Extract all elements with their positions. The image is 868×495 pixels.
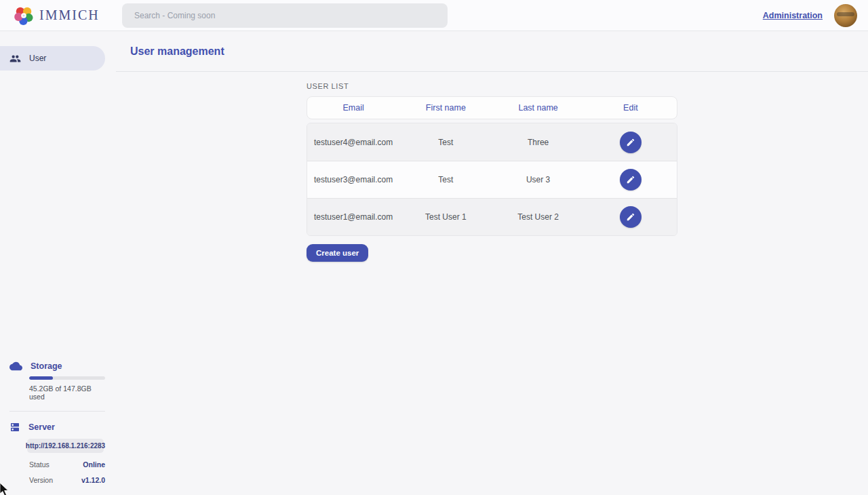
sidebar-status-panel: Storage 45.2GB of 147.8GB used Server xyxy=(0,361,116,495)
edit-user-button[interactable] xyxy=(620,206,642,228)
table-row: testuser4@email.com Test Three xyxy=(307,123,677,161)
edit-user-button[interactable] xyxy=(620,132,642,153)
storage-title: Storage xyxy=(31,361,62,371)
page-header: User management xyxy=(116,31,868,72)
page-title: User management xyxy=(130,45,224,58)
column-header-last-name: Last name xyxy=(492,103,585,113)
sidebar-item-label: User xyxy=(29,54,46,63)
cell-first-name: Test User 1 xyxy=(399,212,492,222)
cell-first-name: Test xyxy=(399,138,492,147)
cell-last-name: Three xyxy=(492,138,585,147)
storage-progress-fill xyxy=(29,376,53,380)
user-avatar[interactable] xyxy=(834,4,857,27)
cell-email: testuser1@email.com xyxy=(307,212,399,222)
column-header-email: Email xyxy=(307,103,399,113)
dns-icon xyxy=(9,422,20,433)
main-content: User management USER LIST Email First na… xyxy=(116,31,868,495)
column-header-first-name: First name xyxy=(399,103,492,113)
pencil-icon xyxy=(626,175,635,184)
immich-admin-app: IMMICH Administration User xyxy=(0,0,868,495)
create-user-button[interactable]: Create user xyxy=(307,244,368,262)
logo-text: IMMICH xyxy=(39,7,100,23)
storage-section: Storage 45.2GB of 147.8GB used xyxy=(0,361,116,401)
top-bar: IMMICH Administration xyxy=(0,0,868,31)
table-row: testuser1@email.com Test User 1 Test Use… xyxy=(307,198,677,235)
cell-last-name: User 3 xyxy=(492,175,585,184)
version-value: v1.12.0 xyxy=(81,476,105,484)
immich-logo-icon xyxy=(14,5,34,26)
storage-usage-text: 45.2GB of 147.8GB used xyxy=(29,384,105,401)
server-status-row: Status Online xyxy=(29,460,105,469)
edit-user-button[interactable] xyxy=(620,169,642,191)
cloud-icon xyxy=(9,361,22,371)
administration-link[interactable]: Administration xyxy=(763,11,823,20)
version-label: Version xyxy=(29,476,53,484)
cell-last-name: Test User 2 xyxy=(492,212,585,222)
section-title: USER LIST xyxy=(307,82,868,90)
top-right-controls: Administration xyxy=(763,4,857,27)
group-icon xyxy=(9,53,21,64)
server-section: Server http://192.168.1.216:2283 Status … xyxy=(0,422,116,484)
server-title: Server xyxy=(28,422,55,432)
sidebar-item-user[interactable]: User xyxy=(0,46,105,71)
server-url-badge: http://192.168.1.216:2283 xyxy=(27,439,104,453)
cell-email: testuser4@email.com xyxy=(307,138,399,147)
search-input[interactable] xyxy=(122,3,448,28)
pencil-icon xyxy=(626,212,635,222)
status-value: Online xyxy=(83,460,105,469)
table-header: Email First name Last name Edit xyxy=(307,96,677,119)
storage-progress-bar xyxy=(29,376,105,380)
immich-brand[interactable]: IMMICH xyxy=(14,5,122,26)
server-version-row: Version v1.12.0 xyxy=(29,476,105,484)
sidebar-divider xyxy=(9,411,105,412)
user-table: testuser4@email.com Test Three te xyxy=(307,123,677,236)
pencil-icon xyxy=(626,138,635,147)
status-label: Status xyxy=(29,460,50,469)
sidebar: User Storage 45.2GB of 147.8GB used xyxy=(0,31,116,495)
table-row: testuser3@email.com Test User 3 xyxy=(307,161,677,198)
column-header-edit: Edit xyxy=(585,103,677,113)
cell-email: testuser3@email.com xyxy=(307,175,399,184)
cell-first-name: Test xyxy=(399,175,492,184)
